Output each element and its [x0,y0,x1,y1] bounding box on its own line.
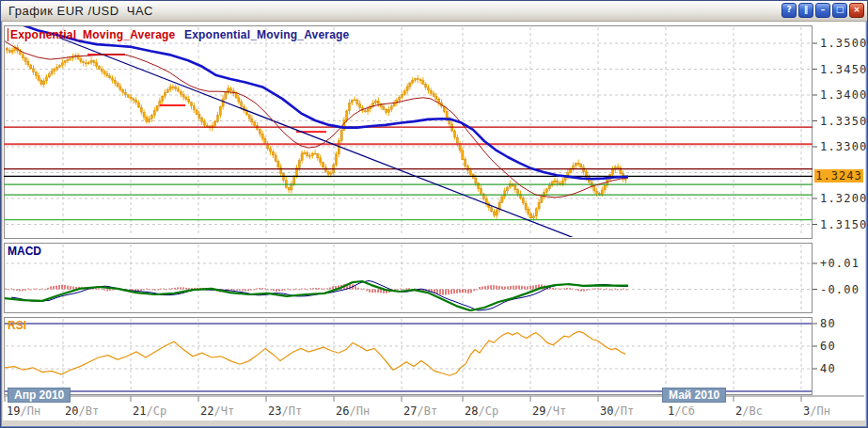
svg-text:1.3500: 1.3500 [820,37,868,50]
macd-panel[interactable] [5,244,813,313]
maximize-button[interactable]: □ [832,3,847,18]
svg-text:1/Сб: 1/Сб [668,404,695,418]
main-price-panel[interactable] [5,26,813,239]
svg-text:19/Пн: 19/Пн [7,404,40,418]
svg-text:27/Вт: 27/Вт [403,404,437,418]
svg-text:2/Вс: 2/Вс [735,404,763,418]
svg-text:-0.00: -0.00 [820,283,860,296]
svg-text:40: 40 [820,362,836,375]
rsi-panel-label: RSI [8,319,26,332]
month-badge-april: Апр 2010 [8,388,71,403]
window-controls: ? ‖ – □ × [781,3,864,18]
legend-ema-fast[interactable]: Exponential_Moving_Average [8,28,175,41]
svg-text:1.3400: 1.3400 [820,88,868,102]
svg-text:60: 60 [820,340,836,353]
month-badge-may: Май 2010 [662,388,726,403]
svg-text:3/Пн: 3/Пн [803,404,830,418]
svg-text:30/Пт: 30/Пт [600,404,634,418]
svg-text:28/Ср: 28/Ср [465,404,498,418]
indicator-legend: Exponential_Moving_Average Exponential_M… [8,28,355,41]
window-titlebar[interactable]: График EUR /USD ЧАС [1,1,867,22]
svg-text:+0.01: +0.01 [820,257,860,270]
window-title: График EUR /USD ЧАС [1,4,153,18]
pause-button[interactable]: ‖ [798,3,813,18]
rsi-panel[interactable] [5,318,813,395]
close-button[interactable]: × [849,3,864,18]
svg-text:22/Чт: 22/Чт [200,404,234,418]
svg-text:1.3350: 1.3350 [820,115,868,128]
svg-text:1.3450: 1.3450 [820,63,868,76]
svg-text:80: 80 [820,317,836,330]
svg-text:1.3200: 1.3200 [820,192,868,205]
help-button[interactable]: ? [781,3,797,18]
minimize-button[interactable]: – [815,3,830,18]
svg-text:26/Пн: 26/Пн [336,404,370,418]
svg-text:23/Пт: 23/Пт [268,404,302,418]
legend-ema-slow[interactable]: Exponential_Moving_Average [184,28,349,41]
macd-panel-label: MACD [8,245,41,258]
svg-text:1.3150: 1.3150 [820,218,868,231]
current-price-badge: 1.3243 [814,169,863,182]
svg-text:29/Чт: 29/Чт [532,404,566,418]
svg-text:21/Ср: 21/Ср [133,404,166,418]
svg-text:20/Вт: 20/Вт [65,404,99,418]
chart-canvas[interactable]: 1.35001.34501.34001.33501.33001.32001.31… [0,0,868,428]
svg-text:1.3300: 1.3300 [820,140,868,153]
chart-window: 1.35001.34501.34001.33501.33001.32001.31… [0,0,868,428]
